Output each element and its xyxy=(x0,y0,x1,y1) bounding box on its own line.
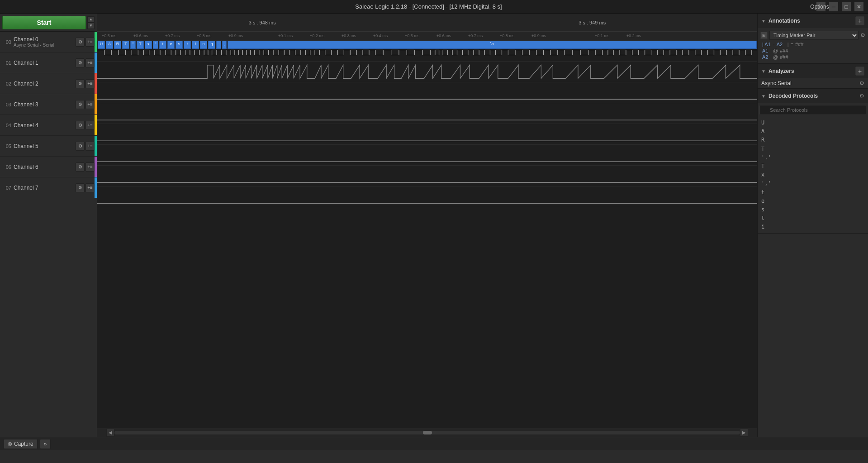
channel-add-4[interactable]: +≡ xyxy=(85,121,95,130)
waveforms: U A R T '' T x '' t e s t i n g . , xyxy=(97,41,757,428)
waveform-svg-1 xyxy=(97,62,757,82)
ann-at1: @ xyxy=(773,48,778,53)
expand-button[interactable]: » xyxy=(40,439,51,449)
tick-3: +0.8 ms xyxy=(197,33,211,38)
channel-color-bar-5 xyxy=(95,136,97,156)
channel-add-1[interactable]: +≡ xyxy=(85,58,95,67)
protocol-item-7[interactable]: ',' xyxy=(761,179,864,188)
protocol-item-8[interactable]: t xyxy=(761,188,864,197)
channel-actions-6: ⚙ +≡ xyxy=(76,162,95,172)
channel-info-2: Channel 2 xyxy=(14,81,76,87)
decoded-protocols-header[interactable]: ▼ Decoded Protocols ⚙ xyxy=(758,89,868,103)
analyzers-section: ▼ Analyzers + Async Serial ⚙ xyxy=(758,64,868,89)
channel-info-6: Channel 6 xyxy=(14,164,76,170)
tick-4: +0.9 ms xyxy=(228,33,243,38)
channel-settings-6[interactable]: ⚙ xyxy=(76,162,85,172)
channel-name-0: Channel 0 xyxy=(14,36,76,43)
ann-hash1: ### xyxy=(795,42,803,47)
protocol-item-2[interactable]: R xyxy=(761,136,864,144)
titlebar-controls: Options ▾ ─ □ ✕ xyxy=(816,2,863,11)
tick-12: +0.8 ms xyxy=(500,33,514,38)
waveform-row-5 xyxy=(97,145,757,166)
options-button[interactable]: Options ▾ xyxy=(816,2,825,11)
channel-settings-1[interactable]: ⚙ xyxy=(76,58,85,67)
channel-color-bar-0 xyxy=(95,32,97,52)
timing-marker-icon: ⊞ xyxy=(760,32,768,39)
channel-add-7[interactable]: +≡ xyxy=(85,183,95,192)
channel-add-5[interactable]: +≡ xyxy=(85,142,95,151)
protocol-item-10[interactable]: s xyxy=(761,205,864,214)
proto-newline: \n xyxy=(228,41,757,49)
protocol-item-11[interactable]: t xyxy=(761,214,864,223)
decoded-protocols-section: ▼ Decoded Protocols ⚙ 🔍 UART'.'Tx','test… xyxy=(758,89,868,234)
channel-actions-2: ⚙ +≡ xyxy=(76,79,95,88)
scroll-left-button[interactable]: ◀ xyxy=(106,429,114,437)
proto-period: . xyxy=(216,41,221,49)
timing-marker-select[interactable]: Timing Marker Pair xyxy=(769,31,859,40)
channel-add-2[interactable]: +≡ xyxy=(85,79,95,88)
protocol-item-1[interactable]: A xyxy=(761,127,864,136)
protocol-item-6[interactable]: x xyxy=(761,171,864,179)
tick-6: +0.2 ms xyxy=(310,33,324,38)
time-ruler: 3 s : 948 ms 3 s : 949 ms xyxy=(97,14,757,32)
add-analyzer-button[interactable]: + xyxy=(855,67,864,76)
protocol-item-5[interactable]: T xyxy=(761,162,864,171)
timing-marker-row: ⊞ Timing Marker Pair ⚙ xyxy=(760,31,865,40)
scroll-up-arrow[interactable]: ▲ xyxy=(87,16,95,23)
scroll-thumb[interactable] xyxy=(423,431,432,434)
channel-info-4: Channel 4 xyxy=(14,122,76,129)
channel-settings-3[interactable]: ⚙ xyxy=(76,100,85,109)
protocol-item-12[interactable]: i xyxy=(761,223,864,231)
protocol-item-3[interactable]: T xyxy=(761,145,864,153)
annotation-a1-row: A1 @ ### xyxy=(760,48,865,53)
annotation-a2-row: A2 @ ### xyxy=(760,54,865,60)
main-layout: Start ▲ ▼ 00 Channel 0 Async Serial - Se… xyxy=(0,14,868,437)
channel-settings-7[interactable]: ⚙ xyxy=(76,183,85,192)
start-button[interactable]: Start xyxy=(2,16,86,29)
channel-name-7: Channel 7 xyxy=(14,185,76,191)
add-annotation-button[interactable]: + xyxy=(855,16,864,25)
scroll-arrows: ▲ ▼ xyxy=(87,16,95,29)
analyzers-header[interactable]: ▼ Analyzers + xyxy=(758,64,868,78)
search-protocols-input[interactable] xyxy=(759,105,866,115)
channel-number-1: 01 xyxy=(2,60,11,66)
channel-add-3[interactable]: +≡ xyxy=(85,100,95,109)
channel-settings-2[interactable]: ⚙ xyxy=(76,79,85,88)
channel-info-3: Channel 3 xyxy=(14,101,76,108)
waveform-row-1 xyxy=(97,62,757,82)
channel-settings-5[interactable]: ⚙ xyxy=(76,142,85,151)
h-scrollbar: ◀ ▶ xyxy=(97,428,757,437)
waveform-row-3 xyxy=(97,103,757,124)
channel-settings-0[interactable]: ⚙ xyxy=(76,38,85,47)
ann-sep2: | xyxy=(787,42,789,47)
channel-settings-4[interactable]: ⚙ xyxy=(76,121,85,130)
minimize-button[interactable]: ─ xyxy=(829,2,838,11)
channel-row-2: 02 Channel 2 ⚙ +≡ xyxy=(0,73,97,94)
scroll-right-button[interactable]: ▶ xyxy=(740,429,748,437)
capture-button[interactable]: ◎ Capture xyxy=(4,439,38,449)
channel-actions-7: ⚙ +≡ xyxy=(76,183,95,192)
titlebar-title: Saleae Logic 1.2.18 - [Connected] - [12 … xyxy=(41,3,816,10)
proto-R: R xyxy=(114,41,121,49)
channel-add-6[interactable]: +≡ xyxy=(85,162,95,172)
channel-add-0[interactable]: +≡ xyxy=(85,38,95,47)
waveform-svg-7 xyxy=(97,186,757,207)
channel-color-bar-2 xyxy=(95,73,97,94)
channels-list: 00 Channel 0 Async Serial - Serial ⚙ +≡ … xyxy=(0,32,97,198)
proto-t: t xyxy=(159,41,166,49)
timing-marker-gear-icon[interactable]: ⚙ xyxy=(860,32,865,38)
analyzer-gear-icon-0[interactable]: ⚙ xyxy=(859,80,864,86)
close-button[interactable]: ✕ xyxy=(854,2,863,11)
collapse-decoded-icon: ▼ xyxy=(761,94,766,99)
decoded-protocols-gear-icon[interactable]: ⚙ xyxy=(859,93,864,99)
annotations-header[interactable]: ▼ Annotations + xyxy=(758,14,868,28)
channel-name-2: Channel 2 xyxy=(14,81,76,87)
scroll-down-arrow[interactable]: ▼ xyxy=(87,23,95,29)
waveform-row-6 xyxy=(97,166,757,186)
protocol-item-9[interactable]: e xyxy=(761,197,864,205)
protocol-item-4[interactable]: '.' xyxy=(761,153,864,162)
waveform-svg-3 xyxy=(97,103,757,124)
tick-2: +0.7 ms xyxy=(165,33,180,38)
maximize-button[interactable]: □ xyxy=(842,2,851,11)
protocol-item-0[interactable]: U xyxy=(761,119,864,127)
